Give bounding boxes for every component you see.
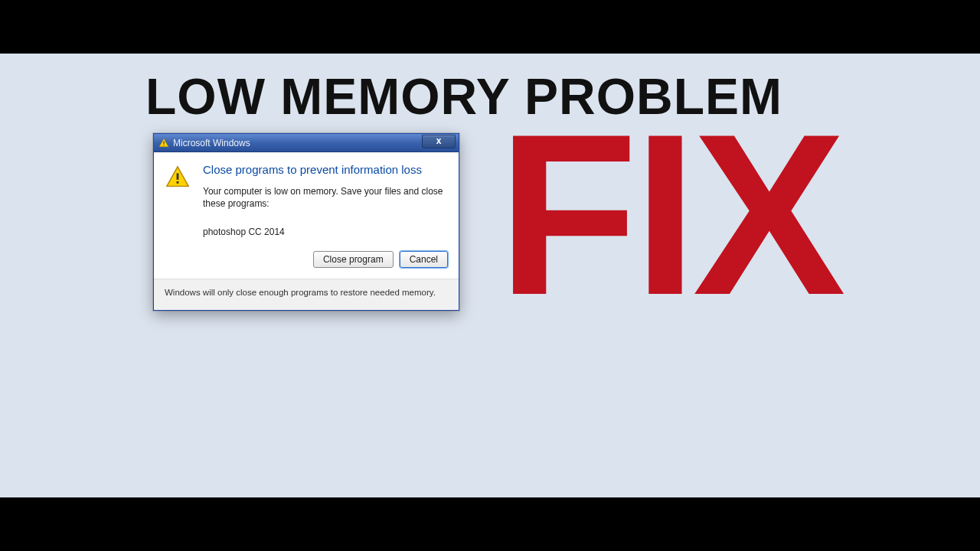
- low-memory-dialog: Microsoft Windows x Close programs to pr…: [153, 133, 459, 311]
- svg-rect-2: [177, 173, 179, 180]
- button-row: Close program Cancel: [203, 251, 448, 272]
- thumbnail-canvas: LOW MEMORY PROBLEM FIX Microsoft Windows…: [0, 54, 980, 497]
- close-program-button[interactable]: Close program: [313, 251, 394, 268]
- svg-rect-0: [163, 141, 164, 144]
- program-name: photoshop CC 2014: [203, 227, 448, 237]
- fix-text: FIX: [498, 99, 841, 329]
- letterbox-bottom: [0, 497, 980, 551]
- cancel-button[interactable]: Cancel: [400, 251, 448, 268]
- letterbox-top: [0, 0, 980, 54]
- dialog-titlebar[interactable]: Microsoft Windows x: [154, 134, 459, 152]
- warning-icon: [165, 163, 195, 272]
- warning-icon: [158, 138, 169, 148]
- dialog-footer: Windows will only close enough programs …: [154, 279, 459, 310]
- dialog-heading: Close programs to prevent information lo…: [203, 163, 448, 178]
- svg-rect-3: [177, 181, 179, 184]
- stage: LOW MEMORY PROBLEM FIX Microsoft Windows…: [0, 0, 980, 551]
- dialog-title: Microsoft Windows: [173, 138, 418, 148]
- close-button[interactable]: x: [422, 135, 456, 148]
- dialog-content: Close programs to prevent information lo…: [203, 163, 448, 272]
- svg-rect-1: [163, 145, 164, 145]
- dialog-message: Your computer is low on memory. Save you…: [203, 185, 448, 210]
- dialog-body: Close programs to prevent information lo…: [154, 152, 459, 279]
- close-icon: x: [436, 135, 442, 146]
